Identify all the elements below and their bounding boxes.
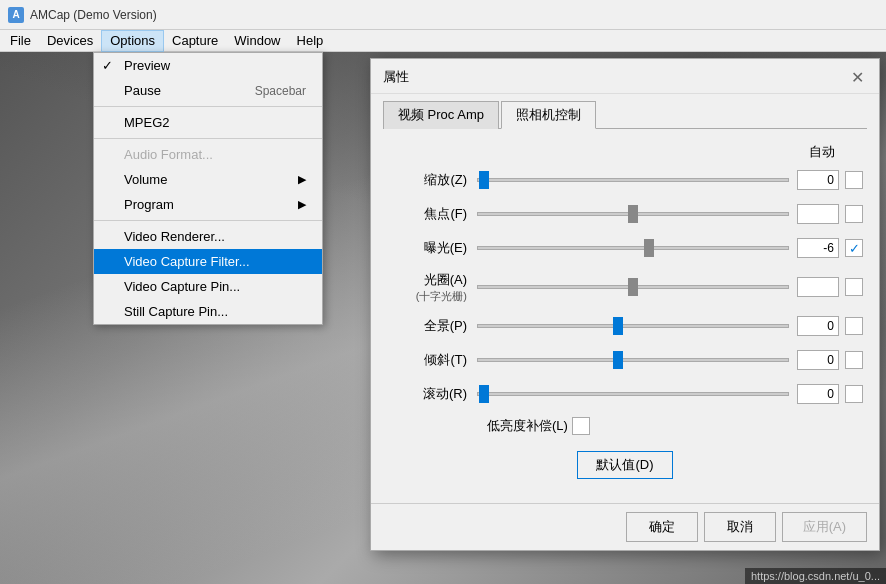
tab-camera-control[interactable]: 照相机控制 xyxy=(501,101,596,129)
focus-value[interactable] xyxy=(797,204,839,224)
exposure-row: 曝光(E) -6 xyxy=(387,235,863,261)
zoom-auto-checkbox[interactable] xyxy=(845,171,863,189)
aperture-slider[interactable] xyxy=(477,277,789,297)
cancel-button[interactable]: 取消 xyxy=(704,512,776,542)
menu-audio-format[interactable]: Audio Format... xyxy=(94,142,322,167)
dialog-tabs: 视频 Proc Amp 照相机控制 xyxy=(371,94,879,128)
menu-help[interactable]: Help xyxy=(289,30,332,52)
zoom-slider[interactable] xyxy=(477,170,789,190)
low-brightness-label: 低亮度补偿(L) xyxy=(487,417,568,435)
low-brightness-checkbox[interactable] xyxy=(572,417,590,435)
panorama-auto-checkbox[interactable] xyxy=(845,317,863,335)
menu-still-capture-pin[interactable]: Still Capture Pin... xyxy=(94,299,322,324)
menu-video-capture-pin[interactable]: Video Capture Pin... xyxy=(94,274,322,299)
menu-mpeg2[interactable]: MPEG2 xyxy=(94,110,322,135)
roll-label: 滚动(R) xyxy=(387,385,477,403)
roll-thumb[interactable] xyxy=(479,385,489,403)
zoom-value[interactable]: 0 xyxy=(797,170,839,190)
menu-options[interactable]: Options xyxy=(101,30,164,52)
panorama-row: 全景(P) 0 xyxy=(387,313,863,339)
tilt-auto-checkbox[interactable] xyxy=(845,351,863,369)
app-icon: A xyxy=(8,7,24,23)
menu-video-capture-filter[interactable]: Video Capture Filter... xyxy=(94,249,322,274)
close-button[interactable]: ✕ xyxy=(847,67,867,87)
options-dropdown: ✓ Preview Pause Spacebar MPEG2 Audio For… xyxy=(93,52,323,325)
separator-3 xyxy=(94,220,322,221)
panorama-track xyxy=(477,324,789,328)
panorama-slider[interactable] xyxy=(477,316,789,336)
default-button[interactable]: 默认值(D) xyxy=(577,451,672,479)
roll-auto-checkbox[interactable] xyxy=(845,385,863,403)
tilt-label: 倾斜(T) xyxy=(387,351,477,369)
tilt-track xyxy=(477,358,789,362)
menu-pause[interactable]: Pause Spacebar xyxy=(94,78,322,103)
zoom-thumb[interactable] xyxy=(479,171,489,189)
focus-thumb[interactable] xyxy=(628,205,638,223)
roll-value[interactable]: 0 xyxy=(797,384,839,404)
titlebar: A AMCap (Demo Version) xyxy=(0,0,886,30)
menu-preview[interactable]: ✓ Preview xyxy=(94,53,322,78)
auto-header: 自动 xyxy=(387,143,863,161)
menubar: File Devices Options Capture Window Help xyxy=(0,30,886,52)
url-bar: https://blog.csdn.net/u_0... xyxy=(745,568,886,584)
ok-button[interactable]: 确定 xyxy=(626,512,698,542)
exposure-track xyxy=(477,246,789,250)
low-brightness-row: 低亮度补偿(L) xyxy=(487,417,863,435)
roll-slider[interactable] xyxy=(477,384,789,404)
aperture-thumb[interactable] xyxy=(628,278,638,296)
menu-volume[interactable]: Volume ▶ xyxy=(94,167,322,192)
focus-track xyxy=(477,212,789,216)
tab-video-proc-amp[interactable]: 视频 Proc Amp xyxy=(383,101,499,129)
zoom-label: 缩放(Z) xyxy=(387,171,477,189)
focus-slider[interactable] xyxy=(477,204,789,224)
default-btn-row: 默认值(D) xyxy=(387,451,863,479)
exposure-thumb[interactable] xyxy=(644,239,654,257)
aperture-value[interactable] xyxy=(797,277,839,297)
titlebar-title: AMCap (Demo Version) xyxy=(30,8,157,22)
roll-track xyxy=(477,392,789,396)
apply-button[interactable]: 应用(A) xyxy=(782,512,867,542)
dialog-title: 属性 xyxy=(383,68,409,86)
focus-auto-checkbox[interactable] xyxy=(845,205,863,223)
arrow-icon: ▶ xyxy=(298,198,306,211)
exposure-label: 曝光(E) xyxy=(387,239,477,257)
menu-file[interactable]: File xyxy=(2,30,39,52)
exposure-auto-checkbox[interactable] xyxy=(845,239,863,257)
menu-capture[interactable]: Capture xyxy=(164,30,226,52)
menu-video-renderer[interactable]: Video Renderer... xyxy=(94,224,322,249)
aperture-label: 光圈(A) (十字光栅) xyxy=(387,271,477,304)
dialog-footer: 确定 取消 应用(A) xyxy=(371,503,879,550)
properties-dialog: 属性 ✕ 视频 Proc Amp 照相机控制 自动 缩放(Z) 0 焦点(F) xyxy=(370,58,880,551)
focus-label: 焦点(F) xyxy=(387,205,477,223)
tilt-slider[interactable] xyxy=(477,350,789,370)
menu-program[interactable]: Program ▶ xyxy=(94,192,322,217)
focus-row: 焦点(F) xyxy=(387,201,863,227)
menu-window[interactable]: Window xyxy=(226,30,288,52)
panorama-value[interactable]: 0 xyxy=(797,316,839,336)
aperture-row: 光圈(A) (十字光栅) xyxy=(387,269,863,305)
check-icon: ✓ xyxy=(102,58,113,73)
tilt-thumb[interactable] xyxy=(613,351,623,369)
arrow-icon: ▶ xyxy=(298,173,306,186)
panorama-thumb[interactable] xyxy=(613,317,623,335)
panorama-label: 全景(P) xyxy=(387,317,477,335)
aperture-track xyxy=(477,285,789,289)
roll-row: 滚动(R) 0 xyxy=(387,381,863,407)
tilt-value[interactable]: 0 xyxy=(797,350,839,370)
dialog-titlebar: 属性 ✕ xyxy=(371,59,879,94)
auto-label: 自动 xyxy=(809,143,835,161)
exposure-value[interactable]: -6 xyxy=(797,238,839,258)
zoom-row: 缩放(Z) 0 xyxy=(387,167,863,193)
separator-2 xyxy=(94,138,322,139)
separator-1 xyxy=(94,106,322,107)
aperture-auto-checkbox[interactable] xyxy=(845,278,863,296)
menu-devices[interactable]: Devices xyxy=(39,30,101,52)
exposure-slider[interactable] xyxy=(477,238,789,258)
dialog-body: 自动 缩放(Z) 0 焦点(F) 曝光(E xyxy=(371,129,879,503)
zoom-track xyxy=(477,178,789,182)
tilt-row: 倾斜(T) 0 xyxy=(387,347,863,373)
